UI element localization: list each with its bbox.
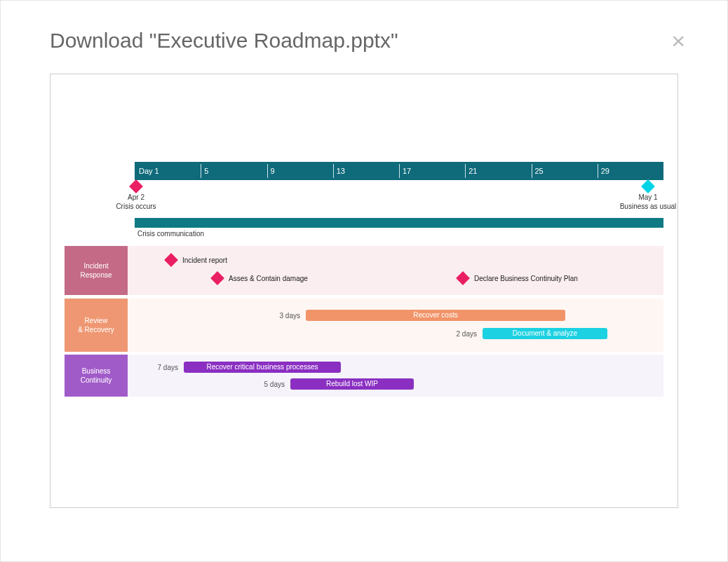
crisis-communication-bar <box>135 218 663 228</box>
milestone-business-usual-date: May 1 <box>638 193 657 201</box>
tick-day1: Day 1 <box>136 164 159 178</box>
swimlane-incident-response-body: Incident report Asses & Contain damage D… <box>128 246 663 295</box>
document-analyze-bar: Document & analyze <box>483 328 607 339</box>
tick-29: 29 <box>598 164 609 178</box>
milestone-crisis-occurs-icon <box>129 179 143 193</box>
swimlane-review-recovery-label: Review & Recovery <box>65 299 128 352</box>
lane2-name-l1: Review <box>67 316 125 325</box>
milestone-crisis-label: Crisis occurs <box>116 203 156 210</box>
milestone-business-usual-icon <box>641 179 655 193</box>
recover-processes-bar: Recover critical business processes <box>184 362 341 373</box>
swimlane-review-recovery-body: 3 days Recover costs 2 days Document & a… <box>128 299 663 352</box>
tick-9: 9 <box>267 164 275 178</box>
declare-bcp-label: Declare Business Continuity Plan <box>474 275 578 282</box>
close-icon[interactable]: × <box>671 29 685 53</box>
roadmap-chart: Day 1 5 9 13 17 21 25 29 Apr 2 Crisis oc… <box>65 95 663 465</box>
tick-17: 17 <box>399 164 411 178</box>
swimlane-business-continuity-label: Business Continuity <box>65 355 128 397</box>
recover-costs-duration: 3 days <box>280 312 306 320</box>
swimlane-incident-response: Incident Response Incident report Asses … <box>65 246 663 295</box>
modal-title: Download "Executive Roadmap.pptx" <box>50 29 398 53</box>
milestone-crisis-date: Apr 2 <box>128 193 144 201</box>
tick-25: 25 <box>532 164 544 178</box>
crisis-communication-label: Crisis communication <box>137 230 204 238</box>
tick-21: 21 <box>465 164 477 178</box>
milestone-business-usual-label: Business as usual <box>620 203 677 210</box>
incident-report-label: Incident report <box>182 256 227 264</box>
swimlane-business-continuity-body: 7 days Recover critical business process… <box>128 355 663 397</box>
swimlane-review-recovery: Review & Recovery 3 days Recover costs 2… <box>65 299 663 352</box>
rebuild-wip-duration: 5 days <box>264 381 290 388</box>
declare-bcp-icon <box>456 271 470 285</box>
swimlane-incident-response-label: Incident Response <box>65 246 128 295</box>
lane3-name-l2: Continuity <box>67 376 125 385</box>
download-modal: Download "Executive Roadmap.pptx" × Day … <box>15 8 713 540</box>
timeline-axis: Day 1 5 9 13 17 21 25 29 <box>135 162 663 180</box>
document-analyze-duration: 2 days <box>457 330 483 338</box>
modal-header: Download "Executive Roadmap.pptx" × <box>15 8 713 67</box>
preview-frame: Day 1 5 9 13 17 21 25 29 Apr 2 Crisis oc… <box>50 74 678 508</box>
tick-13: 13 <box>333 164 345 178</box>
assess-contain-icon <box>210 271 224 285</box>
tick-5: 5 <box>201 164 208 178</box>
lane1-name-l1: Incident <box>67 261 125 270</box>
lane2-name-l2: & Recovery <box>67 325 125 334</box>
assess-contain-label: Asses & Contain damage <box>229 275 308 282</box>
rebuild-wip-bar: Rebuild lost WIP <box>290 378 414 390</box>
lane3-name-l1: Business <box>67 366 125 376</box>
lane1-name-l2: Response <box>67 270 125 280</box>
swimlane-business-continuity: Business Continuity 7 days Recover criti… <box>65 355 663 397</box>
recover-processes-duration: 7 days <box>158 364 184 371</box>
incident-report-icon <box>164 253 178 267</box>
recover-costs-bar: Recover costs <box>306 310 565 321</box>
